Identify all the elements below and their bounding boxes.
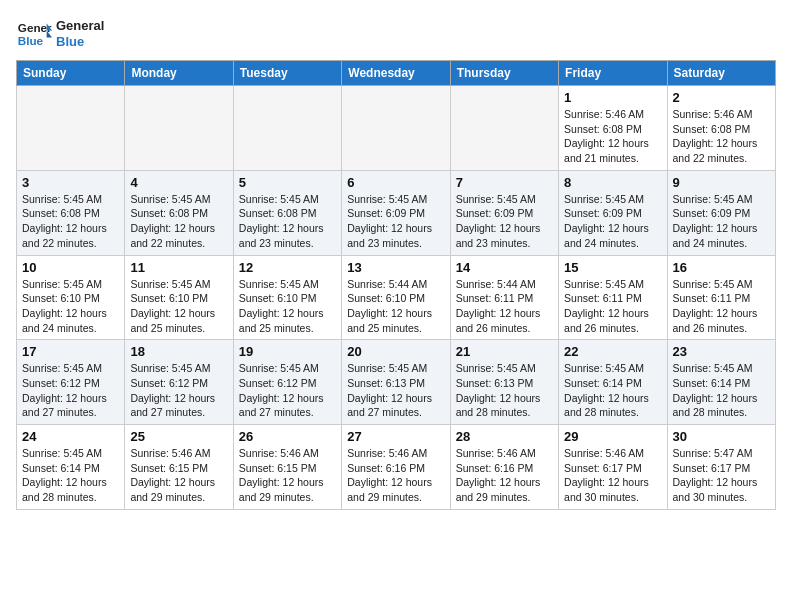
calendar-cell [17,86,125,171]
calendar-cell: 14Sunrise: 5:44 AM Sunset: 6:11 PM Dayli… [450,255,558,340]
day-number: 5 [239,175,336,190]
day-info: Sunrise: 5:45 AM Sunset: 6:14 PM Dayligh… [564,361,661,420]
day-info: Sunrise: 5:45 AM Sunset: 6:14 PM Dayligh… [22,446,119,505]
calendar-cell: 21Sunrise: 5:45 AM Sunset: 6:13 PM Dayli… [450,340,558,425]
day-number: 6 [347,175,444,190]
day-number: 2 [673,90,770,105]
col-header-thursday: Thursday [450,61,558,86]
day-info: Sunrise: 5:45 AM Sunset: 6:10 PM Dayligh… [239,277,336,336]
day-number: 23 [673,344,770,359]
calendar-cell [125,86,233,171]
calendar-header-row: SundayMondayTuesdayWednesdayThursdayFrid… [17,61,776,86]
day-number: 16 [673,260,770,275]
day-info: Sunrise: 5:45 AM Sunset: 6:13 PM Dayligh… [456,361,553,420]
calendar-cell: 22Sunrise: 5:45 AM Sunset: 6:14 PM Dayli… [559,340,667,425]
calendar-cell: 25Sunrise: 5:46 AM Sunset: 6:15 PM Dayli… [125,425,233,510]
calendar-cell: 30Sunrise: 5:47 AM Sunset: 6:17 PM Dayli… [667,425,775,510]
day-number: 21 [456,344,553,359]
day-info: Sunrise: 5:45 AM Sunset: 6:14 PM Dayligh… [673,361,770,420]
day-info: Sunrise: 5:46 AM Sunset: 6:08 PM Dayligh… [564,107,661,166]
day-info: Sunrise: 5:46 AM Sunset: 6:16 PM Dayligh… [347,446,444,505]
day-number: 14 [456,260,553,275]
day-info: Sunrise: 5:46 AM Sunset: 6:17 PM Dayligh… [564,446,661,505]
calendar-cell [342,86,450,171]
col-header-sunday: Sunday [17,61,125,86]
day-number: 15 [564,260,661,275]
calendar-cell: 1Sunrise: 5:46 AM Sunset: 6:08 PM Daylig… [559,86,667,171]
calendar-cell: 28Sunrise: 5:46 AM Sunset: 6:16 PM Dayli… [450,425,558,510]
calendar-cell: 10Sunrise: 5:45 AM Sunset: 6:10 PM Dayli… [17,255,125,340]
day-number: 30 [673,429,770,444]
day-number: 22 [564,344,661,359]
calendar-cell: 20Sunrise: 5:45 AM Sunset: 6:13 PM Dayli… [342,340,450,425]
calendar-cell: 12Sunrise: 5:45 AM Sunset: 6:10 PM Dayli… [233,255,341,340]
day-info: Sunrise: 5:45 AM Sunset: 6:08 PM Dayligh… [22,192,119,251]
day-info: Sunrise: 5:45 AM Sunset: 6:13 PM Dayligh… [347,361,444,420]
calendar-cell: 16Sunrise: 5:45 AM Sunset: 6:11 PM Dayli… [667,255,775,340]
day-info: Sunrise: 5:45 AM Sunset: 6:08 PM Dayligh… [239,192,336,251]
day-number: 25 [130,429,227,444]
calendar-cell: 19Sunrise: 5:45 AM Sunset: 6:12 PM Dayli… [233,340,341,425]
calendar-cell: 7Sunrise: 5:45 AM Sunset: 6:09 PM Daylig… [450,170,558,255]
col-header-saturday: Saturday [667,61,775,86]
calendar-cell: 2Sunrise: 5:46 AM Sunset: 6:08 PM Daylig… [667,86,775,171]
day-number: 28 [456,429,553,444]
logo-text: General Blue [56,18,104,49]
day-number: 1 [564,90,661,105]
day-number: 10 [22,260,119,275]
day-info: Sunrise: 5:45 AM Sunset: 6:10 PM Dayligh… [130,277,227,336]
day-info: Sunrise: 5:46 AM Sunset: 6:15 PM Dayligh… [130,446,227,505]
day-info: Sunrise: 5:44 AM Sunset: 6:11 PM Dayligh… [456,277,553,336]
calendar-cell: 26Sunrise: 5:46 AM Sunset: 6:15 PM Dayli… [233,425,341,510]
day-number: 17 [22,344,119,359]
col-header-monday: Monday [125,61,233,86]
calendar-cell: 4Sunrise: 5:45 AM Sunset: 6:08 PM Daylig… [125,170,233,255]
logo-icon: General Blue [16,16,52,52]
day-info: Sunrise: 5:44 AM Sunset: 6:10 PM Dayligh… [347,277,444,336]
calendar-cell: 27Sunrise: 5:46 AM Sunset: 6:16 PM Dayli… [342,425,450,510]
day-number: 8 [564,175,661,190]
calendar-cell: 24Sunrise: 5:45 AM Sunset: 6:14 PM Dayli… [17,425,125,510]
day-info: Sunrise: 5:45 AM Sunset: 6:12 PM Dayligh… [239,361,336,420]
col-header-tuesday: Tuesday [233,61,341,86]
calendar-week-row: 24Sunrise: 5:45 AM Sunset: 6:14 PM Dayli… [17,425,776,510]
calendar-week-row: 3Sunrise: 5:45 AM Sunset: 6:08 PM Daylig… [17,170,776,255]
day-info: Sunrise: 5:46 AM Sunset: 6:16 PM Dayligh… [456,446,553,505]
calendar-cell: 15Sunrise: 5:45 AM Sunset: 6:11 PM Dayli… [559,255,667,340]
day-info: Sunrise: 5:45 AM Sunset: 6:12 PM Dayligh… [130,361,227,420]
day-info: Sunrise: 5:45 AM Sunset: 6:08 PM Dayligh… [130,192,227,251]
day-number: 11 [130,260,227,275]
calendar-cell [233,86,341,171]
calendar-week-row: 17Sunrise: 5:45 AM Sunset: 6:12 PM Dayli… [17,340,776,425]
day-info: Sunrise: 5:47 AM Sunset: 6:17 PM Dayligh… [673,446,770,505]
calendar-cell: 18Sunrise: 5:45 AM Sunset: 6:12 PM Dayli… [125,340,233,425]
calendar-cell: 23Sunrise: 5:45 AM Sunset: 6:14 PM Dayli… [667,340,775,425]
col-header-wednesday: Wednesday [342,61,450,86]
page-header: General Blue General Blue [16,16,776,52]
calendar-table: SundayMondayTuesdayWednesdayThursdayFrid… [16,60,776,510]
day-info: Sunrise: 5:45 AM Sunset: 6:09 PM Dayligh… [456,192,553,251]
day-number: 29 [564,429,661,444]
day-number: 27 [347,429,444,444]
day-info: Sunrise: 5:46 AM Sunset: 6:08 PM Dayligh… [673,107,770,166]
calendar-week-row: 10Sunrise: 5:45 AM Sunset: 6:10 PM Dayli… [17,255,776,340]
day-number: 20 [347,344,444,359]
calendar-cell: 5Sunrise: 5:45 AM Sunset: 6:08 PM Daylig… [233,170,341,255]
day-info: Sunrise: 5:45 AM Sunset: 6:10 PM Dayligh… [22,277,119,336]
day-number: 13 [347,260,444,275]
day-info: Sunrise: 5:45 AM Sunset: 6:09 PM Dayligh… [347,192,444,251]
day-number: 7 [456,175,553,190]
day-number: 12 [239,260,336,275]
day-info: Sunrise: 5:45 AM Sunset: 6:09 PM Dayligh… [673,192,770,251]
day-info: Sunrise: 5:45 AM Sunset: 6:12 PM Dayligh… [22,361,119,420]
calendar-cell [450,86,558,171]
calendar-cell: 11Sunrise: 5:45 AM Sunset: 6:10 PM Dayli… [125,255,233,340]
svg-text:Blue: Blue [18,34,44,47]
day-number: 24 [22,429,119,444]
day-info: Sunrise: 5:45 AM Sunset: 6:11 PM Dayligh… [564,277,661,336]
calendar-cell: 17Sunrise: 5:45 AM Sunset: 6:12 PM Dayli… [17,340,125,425]
col-header-friday: Friday [559,61,667,86]
day-number: 3 [22,175,119,190]
day-info: Sunrise: 5:45 AM Sunset: 6:09 PM Dayligh… [564,192,661,251]
day-number: 19 [239,344,336,359]
